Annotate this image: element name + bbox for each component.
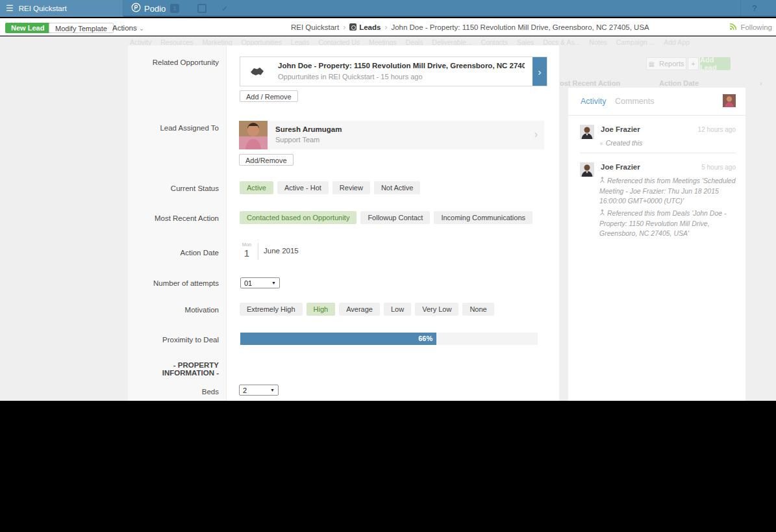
- motivation-options: Extremely High High Average Low Very Low…: [240, 303, 494, 316]
- calendar-icon[interactable]: [197, 4, 207, 13]
- activity-line[interactable]: Referenced this from Meetings 'Scheduled…: [599, 176, 737, 206]
- proximity-fill: 66%: [240, 333, 436, 345]
- chevron-right-icon[interactable]: ›: [760, 79, 762, 87]
- add-report-button[interactable]: +: [688, 57, 699, 70]
- avatar[interactable]: [723, 94, 736, 107]
- select-arrow-icon: ▼: [271, 281, 276, 285]
- motivation-option-average[interactable]: Average: [339, 303, 380, 316]
- breadcrumb-item: John Doe - Property: 1150 Revolution Mil…: [391, 23, 649, 31]
- field-label-most-recent-action: Most Recent Action: [128, 214, 219, 222]
- current-status-options: Active Active - Hot Review Not Active: [240, 181, 420, 194]
- chevron-right-icon: ›: [384, 23, 387, 32]
- status-option-active-hot[interactable]: Active - Hot: [277, 181, 329, 194]
- created-icon: ✳: [599, 139, 604, 149]
- brand-name: Podio: [144, 4, 166, 14]
- select-arrow-icon: ▼: [270, 388, 275, 392]
- chevron-right-icon: ›: [343, 23, 345, 32]
- field-label-current-status: Current Status: [128, 184, 219, 192]
- status-option-active[interactable]: Active: [240, 181, 273, 194]
- status-option-not-active[interactable]: Not Active: [374, 181, 421, 194]
- most-recent-action-options: Contacted based on Opportunity Followup …: [240, 211, 532, 224]
- lead-detail-panel: Related Opportunity John Doe - Property:…: [128, 45, 559, 401]
- field-label-related-opportunity: Related Opportunity: [128, 58, 219, 66]
- item-toolbar: New Lead Modify Template Actions⌄ REI Qu…: [0, 18, 776, 36]
- screen: ☰ REI Quickstart Podio 1 ✓ ? New Lead Mo…: [0, 0, 776, 532]
- field-label-lead-assigned: Lead Assigned To: [128, 124, 219, 132]
- notifications-icon[interactable]: 1: [170, 4, 179, 13]
- action-date-value[interactable]: Mon 1 June 2015: [241, 242, 299, 260]
- action-date-day: 1: [244, 247, 249, 259]
- top-bar: ☰ REI Quickstart Podio 1 ✓ ?: [0, 0, 776, 17]
- following-toggle[interactable]: Following: [729, 18, 772, 36]
- breadcrumb-workspace[interactable]: REI Quickstart: [291, 23, 339, 31]
- motivation-option-extremely-high[interactable]: Extremely High: [240, 303, 303, 316]
- divider: [740, 0, 741, 17]
- assigned-person-card[interactable]: Suresh Arumugam Support Team ›: [239, 121, 544, 149]
- chevron-right-icon: ›: [534, 129, 538, 140]
- activity-panel-header: Activity Comments: [568, 88, 745, 116]
- status-option-review[interactable]: Review: [332, 181, 370, 194]
- motivation-option-high[interactable]: High: [307, 303, 336, 316]
- activity-line: ✳Created this: [599, 138, 737, 149]
- opportunity-subtitle: Oppurtunites in REI Quickstart - 15 hour…: [278, 73, 423, 81]
- motivation-option-very-low[interactable]: Very Low: [415, 303, 458, 316]
- org-name: REI Quickstart: [19, 5, 67, 12]
- nav-item[interactable]: Add App: [664, 38, 690, 46]
- assigned-add-remove-button[interactable]: Add/Remove: [239, 154, 294, 166]
- avatar: [580, 125, 594, 139]
- actions-menu[interactable]: Actions⌄: [112, 24, 144, 32]
- action-option-incoming[interactable]: Incoming Communications: [434, 211, 532, 224]
- page-background: Activity Resources Marketing Opportuniti…: [0, 36, 776, 401]
- assigned-person-team: Support Team: [275, 136, 319, 144]
- nav-item[interactable]: Notes: [589, 38, 607, 46]
- activity-line[interactable]: Referenced this from Deals 'John Doe - P…: [599, 209, 737, 238]
- chevron-down-icon: ⌄: [139, 25, 144, 32]
- tab-activity[interactable]: Activity: [581, 97, 607, 106]
- add-lead-ghost-button[interactable]: Add Lead: [700, 57, 731, 70]
- breadcrumb-app-leads[interactable]: Leads: [349, 23, 381, 31]
- column-most-recent-action: ost Recent Action: [560, 79, 620, 87]
- reference-icon: [599, 177, 605, 186]
- motivation-option-low[interactable]: Low: [384, 303, 411, 316]
- field-label-column: [128, 45, 227, 401]
- reports-button[interactable]: ▦Reports: [646, 57, 686, 70]
- field-label-attempts: Number of attempts: [128, 279, 219, 287]
- beds-value: 2: [243, 386, 247, 394]
- column-action-date: Action Date: [659, 79, 699, 87]
- divider: [258, 243, 258, 260]
- activity-panel: Activity Comments Joe Frazier 12 hours a…: [568, 88, 745, 401]
- following-rss-icon: [729, 23, 737, 32]
- podio-home-link[interactable]: Podio: [131, 0, 166, 17]
- opportunity-open-arrow[interactable]: ›: [532, 57, 547, 86]
- modify-template-button[interactable]: Modify Template: [49, 23, 114, 33]
- breadcrumb: REI Quickstart › Leads › John Doe - Prop…: [291, 18, 649, 36]
- hamburger-icon[interactable]: ☰: [6, 0, 14, 17]
- beds-select[interactable]: 2 ▼: [239, 385, 279, 396]
- action-option-contacted[interactable]: Contacted based on Opportunity: [240, 211, 357, 224]
- action-date-weekday: Mon: [241, 242, 253, 247]
- help-button[interactable]: ?: [752, 3, 757, 13]
- avatar: [580, 162, 594, 177]
- activity-author[interactable]: Joe Frazier: [601, 163, 640, 171]
- avatar: [239, 121, 268, 149]
- attempts-value: 01: [244, 279, 252, 287]
- field-label-proximity: Proximity to Deal: [128, 336, 219, 344]
- tab-comments[interactable]: Comments: [615, 97, 654, 106]
- nav-item[interactable]: Campaign ...: [616, 38, 655, 46]
- opportunity-add-remove-button[interactable]: Add / Remove: [240, 90, 298, 102]
- field-label-motivation: Motivation: [128, 306, 219, 314]
- action-date-month-year: June 2015: [264, 242, 299, 260]
- tasks-icon[interactable]: ✓: [220, 4, 229, 13]
- proximity-progress-track[interactable]: 66%: [240, 333, 538, 345]
- related-opportunity-card[interactable]: John Doe - Property: 1150 Revolution Mil…: [240, 57, 547, 86]
- activity-author[interactable]: Joe Frazier: [601, 125, 640, 133]
- attempts-select[interactable]: 01 ▼: [240, 277, 280, 288]
- motivation-option-none[interactable]: None: [462, 303, 494, 316]
- workspace-switcher[interactable]: ☰ REI Quickstart: [0, 0, 123, 17]
- proximity-percent: 66%: [418, 335, 432, 342]
- divider: [580, 153, 736, 153]
- reference-icon: [599, 209, 605, 219]
- new-lead-button[interactable]: New Lead: [5, 23, 50, 33]
- action-option-followup[interactable]: Followup Contact: [360, 211, 430, 224]
- property-information-section-label: - PROPERTY INFORMATION -: [128, 361, 219, 377]
